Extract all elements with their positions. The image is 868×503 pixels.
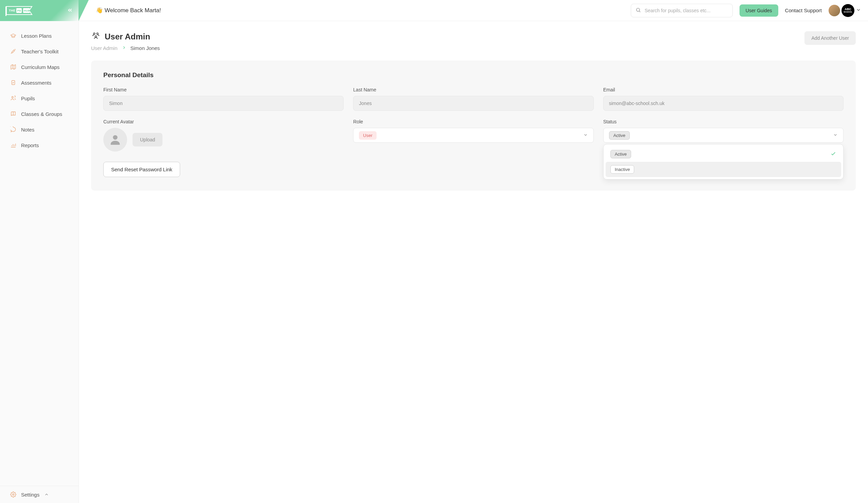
svg-point-9 [636,8,639,11]
nav-label: Pupils [21,95,35,101]
welcome-message: 👋 Welcome Back Marta! [96,7,161,14]
nav-notes[interactable]: Notes [0,122,79,137]
brand-logo[interactable]: THE PE HUB [6,5,36,16]
chat-icon [10,126,16,133]
nav-teachers-toolkit[interactable]: Teacher's Toolkit [0,43,79,59]
search-wrap [631,4,733,17]
search-input[interactable] [631,4,733,17]
svg-text:THE: THE [9,9,16,12]
avatar-label: Current Avatar [103,119,344,124]
chevron-down-icon [833,133,838,138]
last-name-input[interactable] [353,96,593,111]
wave-emoji: 👋 [96,7,103,13]
breadcrumb-current: Simon Jones [131,45,160,51]
person-icon [108,133,122,146]
nav-label: Curriculum Maps [21,64,60,70]
status-label: Status [603,119,844,124]
first-name-label: First Name [103,87,344,92]
topbar: 👋 Welcome Back Marta! User Guides Contac… [79,0,868,21]
nav-label: Classes & Groups [21,111,62,117]
avatar-field: Current Avatar Upload [103,119,344,152]
nav-label: Reports [21,142,39,148]
nav: Lesson Plans Teacher's Toolkit Curriculu… [0,21,79,486]
status-option-label: Active [610,150,631,158]
content: User Admin User Admin Simon Jones Add An… [79,21,868,503]
user-avatar [829,5,840,16]
breadcrumb: User Admin Simon Jones [91,45,160,51]
personal-details-card: Personal Details First Name Last Name Em… [91,61,856,191]
chevron-right-icon [122,45,126,51]
svg-point-7 [12,96,13,98]
map-icon [10,64,16,70]
send-reset-password-button[interactable]: Send Reset Password Link [103,162,180,177]
email-input[interactable] [603,96,844,111]
pencil-ruler-icon [10,48,16,54]
clipboard-check-icon [10,80,16,86]
nav-assessments[interactable]: Assessments [0,75,79,90]
upload-avatar-button[interactable]: Upload [133,133,163,146]
nav-label: Lesson Plans [21,33,52,39]
first-name-input[interactable] [103,96,344,111]
role-select[interactable]: User [353,128,593,143]
collapse-sidebar-icon[interactable] [67,7,73,14]
email-label: Email [603,87,844,92]
status-chip: Active [609,131,630,140]
group-icon [91,31,101,42]
welcome-text: Welcome Back Marta! [105,7,161,13]
nav-classes-groups[interactable]: Classes & Groups [0,106,79,122]
chevron-up-icon [44,492,49,497]
book-icon [10,111,16,117]
last-name-label: Last Name [353,87,593,92]
svg-point-12 [95,36,97,38]
svg-point-8 [13,494,14,495]
flag-icon: THE PE HUB [6,5,36,16]
chart-icon [10,142,16,148]
page-title: User Admin [105,32,150,41]
nav-label: Teacher's Toolkit [21,49,59,54]
first-name-field: First Name [103,87,344,111]
chevron-down-icon [856,7,861,13]
svg-point-13 [113,135,117,140]
nav-pupils[interactable]: Pupils [0,90,79,106]
card-title: Personal Details [103,71,844,79]
email-field: Email [603,87,844,111]
search-icon [636,7,641,13]
role-field: Role User [353,119,593,152]
gear-icon [10,491,16,497]
role-label: Role [353,119,593,124]
breadcrumb-root[interactable]: User Admin [91,45,117,51]
page-header: User Admin User Admin Simon Jones Add An… [91,31,856,51]
status-option-inactive[interactable]: Inactive [606,162,841,177]
nav-reports[interactable]: Reports [0,137,79,153]
nav-label: Notes [21,127,34,133]
check-icon [830,151,836,158]
last-name-field: Last Name [353,87,593,111]
svg-text:PE: PE [17,9,21,12]
svg-point-11 [96,33,98,35]
user-guides-button[interactable]: User Guides [740,4,778,17]
grad-cap-icon [10,33,16,39]
status-option-label: Inactive [610,165,634,174]
svg-point-10 [93,33,95,35]
nav-lesson-plans[interactable]: Lesson Plans [0,28,79,43]
account-menu[interactable]: ABCSCHOOL [829,4,861,17]
status-dropdown: Active Inactive [603,144,844,179]
logo-area: THE PE HUB [0,0,79,21]
chevron-down-icon [583,133,588,138]
nav-curriculum-maps[interactable]: Curriculum Maps [0,59,79,75]
role-chip: User [359,131,376,140]
avatar-placeholder [103,128,127,152]
status-field: Status Active Active [603,119,844,152]
nav-label: Assessments [21,80,51,86]
svg-text:HUB: HUB [24,9,30,12]
status-option-active[interactable]: Active [606,146,841,162]
settings-label: Settings [21,492,39,497]
school-badge: ABCSCHOOL [841,4,855,17]
add-another-user-button[interactable]: Add Another User [804,31,856,45]
status-select[interactable]: Active [603,128,844,143]
contact-support-link[interactable]: Contact Support [785,8,822,13]
users-icon [10,95,16,101]
sidebar: THE PE HUB Lesson Plans Teacher's Toolki… [0,0,79,503]
nav-settings[interactable]: Settings [0,486,79,503]
